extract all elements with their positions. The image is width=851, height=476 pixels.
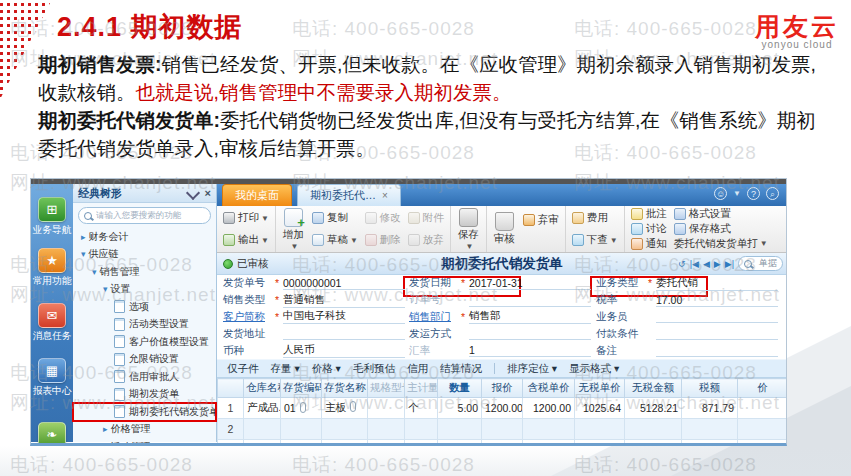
tree-item-允限销设置[interactable]: 允限销设置 <box>73 351 216 369</box>
audit-button[interactable]: 审核 <box>491 212 518 246</box>
save-format-button[interactable]: 保存格式 <box>672 222 770 236</box>
copy-icon <box>312 212 324 224</box>
field-value[interactable]: 委托代销 <box>656 276 778 291</box>
field-value[interactable]: 1 <box>469 344 591 357</box>
field-value[interactable] <box>469 294 591 307</box>
annotate-button[interactable]: 批注 <box>629 207 669 221</box>
field-value[interactable]: 人民币 <box>283 343 405 358</box>
tab-close-icon[interactable]: × <box>382 190 388 201</box>
draft-button[interactable]: 草稿▼ <box>310 233 360 247</box>
grid-tab-价格[interactable]: 价格 ▾ <box>312 362 341 376</box>
last-record-icon[interactable]: ▶| <box>725 259 734 269</box>
export-button[interactable]: 输出▼ <box>221 233 271 247</box>
tab-initial-consignment[interactable]: 期初委托代…× <box>297 184 401 206</box>
tree-item-财务会计[interactable]: ▸财务会计 <box>73 228 216 246</box>
tree-item-设置[interactable]: ▾设置 <box>73 281 216 299</box>
search-circle-icon[interactable]: ⌕ <box>766 187 779 200</box>
print-button[interactable]: 打印▼ <box>221 211 271 225</box>
tree-item-期初发货单[interactable]: 期初发货单 <box>73 386 216 404</box>
chevron-right-icon: ▸ <box>81 232 86 242</box>
prev-record-icon[interactable]: ◀ <box>703 259 710 269</box>
user-smiley-icon[interactable]: ☺ <box>714 187 727 200</box>
grid-tab-结算情况[interactable]: 结算情况 <box>440 362 482 376</box>
table-row[interactable]: 2 <box>218 419 788 440</box>
pin-icon[interactable] <box>185 186 199 200</box>
modify-button[interactable]: 修改 <box>363 211 403 225</box>
attachment-button[interactable]: 附件 <box>406 211 446 225</box>
sidebar-item-消息任务[interactable]: ✉消息任务 <box>31 303 73 343</box>
sidebar-item-extra[interactable]: ❧ <box>31 422 73 446</box>
grid-tab-存量[interactable]: 存量 ▾ <box>271 362 300 376</box>
watermark-phone: 电话: 400-665-0028 <box>292 16 475 42</box>
field-value[interactable]: 普通销售 <box>283 293 405 308</box>
field-value[interactable]: 销售部 <box>469 309 591 324</box>
notify-button[interactable]: 通知 <box>629 237 669 251</box>
first-record-icon[interactable]: |◀ <box>690 259 699 269</box>
field-value[interactable] <box>283 327 405 340</box>
field-value[interactable]: 2017-01-31 <box>469 277 591 290</box>
field-value[interactable]: 0000000001 <box>283 277 405 290</box>
chevron-down-icon[interactable]: ▼ <box>733 189 741 198</box>
refresh-icon[interactable]: ↺ <box>678 259 686 269</box>
add-button[interactable]: 增加▼ <box>280 208 307 251</box>
table-row[interactable] <box>218 440 788 447</box>
tree-item-label: 价格管理 <box>111 422 151 436</box>
chevron-down-icon: ▾ <box>92 267 97 277</box>
delete-icon <box>365 234 377 246</box>
paperclip-icon[interactable] <box>350 401 356 412</box>
expense-button[interactable]: 费用 <box>570 211 620 225</box>
field-业务员: 业务员 <box>596 309 778 326</box>
sidebar-item-业务导航[interactable]: ⊞业务导航 <box>31 197 73 237</box>
copy-button[interactable]: 复制 <box>310 211 360 225</box>
drilldown-button[interactable]: 下查▼ <box>570 233 620 247</box>
grid-tab-仅子件[interactable]: 仅子件 <box>227 362 259 376</box>
close-icon[interactable]: × <box>205 188 211 198</box>
grid-tab-毛利预估[interactable]: 毛利预估 <box>353 362 395 376</box>
required-star: * <box>461 311 469 323</box>
chevron-right-icon: ▸ <box>103 424 108 434</box>
tree-panel-title: 经典树形 <box>78 186 188 201</box>
help-icon[interactable]: ? <box>747 187 760 200</box>
tree-item-客户价值模型设置[interactable]: 客户价值模型设置 <box>73 333 216 351</box>
print-template-button[interactable]: 委托代销发货单打▼ <box>672 237 770 251</box>
search-icon <box>84 212 92 220</box>
field-value[interactable] <box>656 327 778 340</box>
tree-item-活动管理[interactable]: ▸活动管理 <box>73 438 216 446</box>
tree-item-信用审批人[interactable]: 信用审批人 <box>73 368 216 386</box>
grid-tab-信用[interactable]: 信用 <box>407 362 428 376</box>
tree-item-label: 财务会计 <box>89 230 129 244</box>
unaudit-button[interactable]: 弃审 <box>521 213 561 227</box>
message-icon: ✉ <box>38 303 66 328</box>
tree-item-价格管理[interactable]: ▸价格管理 <box>73 421 216 439</box>
field-value[interactable]: 17.00 <box>656 294 778 307</box>
field-value[interactable]: 中国电子科技 <box>283 309 405 324</box>
tab-my-desktop[interactable]: 我的桌面 <box>222 184 292 206</box>
field-label[interactable]: 客户简称 <box>223 310 275 324</box>
field-label[interactable]: 销售部门 <box>409 310 461 324</box>
discuss-button[interactable]: 讨论 <box>629 222 669 236</box>
tree-item-期初委托代销发货单[interactable]: 期初委托代销发货单 <box>73 403 216 421</box>
grid-tool-排序定位[interactable]: 排序定位 ▾ <box>507 362 557 376</box>
tree-item-选项[interactable]: 选项 <box>73 298 216 316</box>
paperclip-icon[interactable] <box>300 402 306 413</box>
field-value[interactable] <box>656 310 778 323</box>
tree-item-销售管理[interactable]: ▾销售管理 <box>73 263 216 281</box>
grid-tool-显示格式[interactable]: 显示格式 ▾ <box>569 362 619 376</box>
paragraph-lead: 期初销售发票: <box>38 53 162 75</box>
sidebar-item-报表中心[interactable]: ▦报表中心 <box>31 358 73 398</box>
table-row[interactable]: 1产成品...01主板个5.001200.001200.001025.64512… <box>218 398 788 419</box>
document-search-input[interactable]: 单据 <box>738 256 783 271</box>
tree-item-活动类型设置[interactable]: 活动类型设置 <box>73 316 216 334</box>
save-button[interactable]: 保存▼ <box>455 208 482 251</box>
field-value[interactable] <box>469 327 591 340</box>
discard-button[interactable]: 放弃 <box>406 233 446 247</box>
format-settings-icon <box>674 208 686 220</box>
field-value[interactable] <box>656 344 778 357</box>
next-record-icon[interactable]: ▶ <box>714 259 721 269</box>
tree-search-input[interactable]: 请输入您要搜索的功能 <box>78 207 211 224</box>
format-settings-button[interactable]: 格式设置 <box>672 207 770 221</box>
tree-item-供应链[interactable]: ▾供应链 <box>73 246 216 264</box>
cell <box>322 419 368 440</box>
sidebar-item-常用功能[interactable]: ★常用功能 <box>31 248 73 288</box>
delete-button[interactable]: 删除 <box>363 233 403 247</box>
